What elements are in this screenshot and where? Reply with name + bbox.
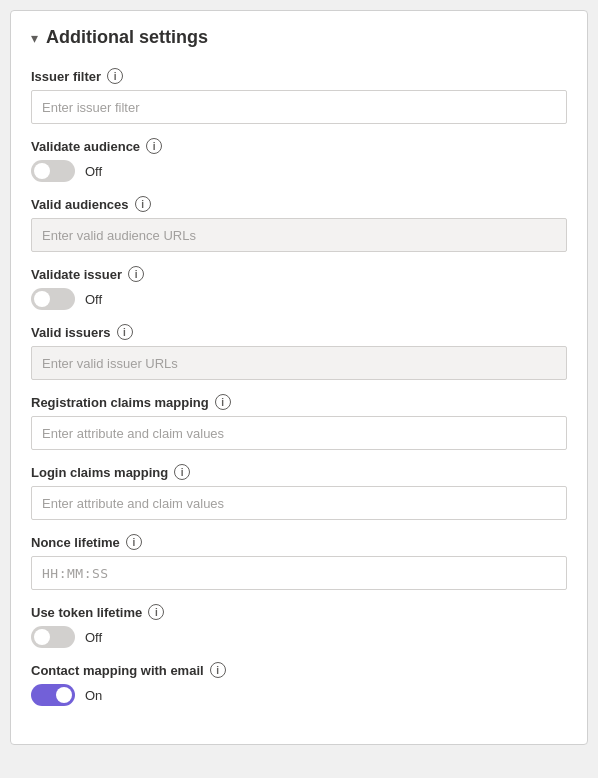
valid-audiences-info-icon[interactable]: i bbox=[135, 196, 151, 212]
nonce-lifetime-info-icon[interactable]: i bbox=[126, 534, 142, 550]
issuer-filter-info-icon[interactable]: i bbox=[107, 68, 123, 84]
validate-audience-thumb bbox=[34, 163, 50, 179]
contact-mapping-with-email-label: Contact mapping with email i bbox=[31, 662, 567, 678]
validate-issuer-toggle[interactable] bbox=[31, 288, 75, 310]
validate-issuer-thumb bbox=[34, 291, 50, 307]
login-claims-mapping-group: Login claims mapping i bbox=[31, 464, 567, 520]
valid-issuers-group: Valid issuers i bbox=[31, 324, 567, 380]
login-claims-mapping-info-icon[interactable]: i bbox=[174, 464, 190, 480]
validate-audience-toggle-row: Off bbox=[31, 160, 567, 182]
validate-audience-toggle[interactable] bbox=[31, 160, 75, 182]
contact-mapping-info-icon[interactable]: i bbox=[210, 662, 226, 678]
use-token-lifetime-toggle-row: Off bbox=[31, 626, 567, 648]
validate-audience-label: Validate audience i bbox=[31, 138, 567, 154]
panel-title: Additional settings bbox=[46, 27, 208, 48]
valid-audiences-group: Valid audiences i bbox=[31, 196, 567, 252]
validate-issuer-group: Validate issuer i Off bbox=[31, 266, 567, 310]
collapse-icon[interactable]: ▾ bbox=[31, 30, 38, 46]
validate-audience-group: Validate audience i Off bbox=[31, 138, 567, 182]
valid-issuers-label: Valid issuers i bbox=[31, 324, 567, 340]
issuer-filter-input[interactable] bbox=[31, 90, 567, 124]
login-claims-mapping-input[interactable] bbox=[31, 486, 567, 520]
registration-claims-mapping-info-icon[interactable]: i bbox=[215, 394, 231, 410]
valid-issuers-info-icon[interactable]: i bbox=[117, 324, 133, 340]
registration-claims-mapping-input[interactable] bbox=[31, 416, 567, 450]
validate-issuer-toggle-row: Off bbox=[31, 288, 567, 310]
login-claims-mapping-label: Login claims mapping i bbox=[31, 464, 567, 480]
use-token-lifetime-toggle[interactable] bbox=[31, 626, 75, 648]
additional-settings-panel: ▾ Additional settings Issuer filter i Va… bbox=[10, 10, 588, 745]
nonce-lifetime-input[interactable] bbox=[31, 556, 567, 590]
registration-claims-mapping-label: Registration claims mapping i bbox=[31, 394, 567, 410]
contact-mapping-toggle-label: On bbox=[85, 688, 102, 703]
validate-issuer-toggle-label: Off bbox=[85, 292, 102, 307]
valid-audiences-input bbox=[31, 218, 567, 252]
validate-issuer-info-icon[interactable]: i bbox=[128, 266, 144, 282]
nonce-lifetime-group: Nonce lifetime i bbox=[31, 534, 567, 590]
contact-mapping-toggle[interactable] bbox=[31, 684, 75, 706]
validate-audience-info-icon[interactable]: i bbox=[146, 138, 162, 154]
valid-issuers-input bbox=[31, 346, 567, 380]
registration-claims-mapping-group: Registration claims mapping i bbox=[31, 394, 567, 450]
validate-issuer-label: Validate issuer i bbox=[31, 266, 567, 282]
issuer-filter-group: Issuer filter i bbox=[31, 68, 567, 124]
nonce-lifetime-label: Nonce lifetime i bbox=[31, 534, 567, 550]
panel-header: ▾ Additional settings bbox=[31, 27, 567, 48]
use-token-lifetime-toggle-label: Off bbox=[85, 630, 102, 645]
issuer-filter-label: Issuer filter i bbox=[31, 68, 567, 84]
contact-mapping-toggle-row: On bbox=[31, 684, 567, 706]
use-token-lifetime-info-icon[interactable]: i bbox=[148, 604, 164, 620]
use-token-lifetime-thumb bbox=[34, 629, 50, 645]
contact-mapping-thumb bbox=[56, 687, 72, 703]
use-token-lifetime-group: Use token lifetime i Off bbox=[31, 604, 567, 648]
use-token-lifetime-label: Use token lifetime i bbox=[31, 604, 567, 620]
validate-audience-toggle-label: Off bbox=[85, 164, 102, 179]
valid-audiences-label: Valid audiences i bbox=[31, 196, 567, 212]
contact-mapping-with-email-group: Contact mapping with email i On bbox=[31, 662, 567, 706]
